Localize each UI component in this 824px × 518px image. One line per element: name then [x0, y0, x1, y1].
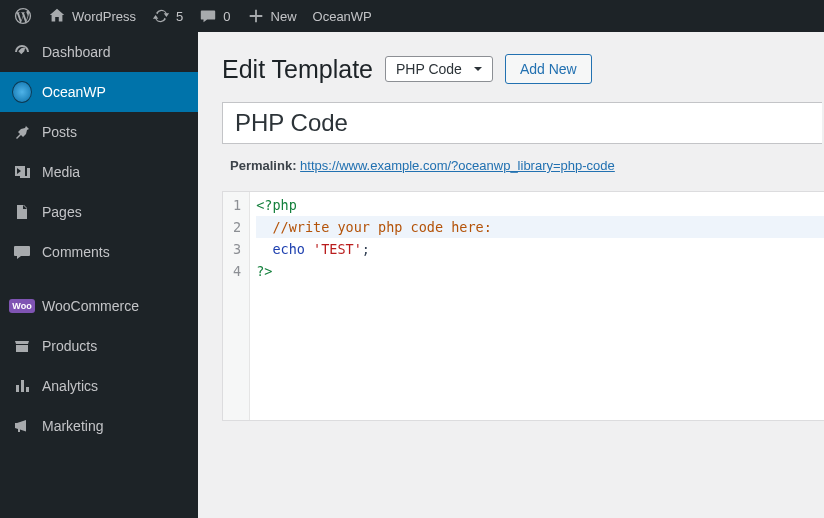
line-number: 2 [233, 216, 241, 238]
comments-link[interactable]: 0 [191, 0, 238, 32]
code-line[interactable]: <?php [256, 194, 824, 216]
woo-icon: Woo [12, 296, 32, 316]
sidebar-item-label: Pages [42, 204, 82, 220]
chevron-down-icon [472, 63, 484, 75]
new-label: New [271, 9, 297, 24]
main-content: Edit Template PHP Code Add New Permalink… [198, 32, 824, 518]
sidebar-item-comments[interactable]: Comments [0, 232, 198, 272]
code-line[interactable]: //write your php code here: [256, 216, 824, 238]
heading-row: Edit Template PHP Code Add New [222, 54, 824, 84]
line-number-gutter: 1234 [223, 192, 250, 420]
site-name-label: WordPress [72, 9, 136, 24]
plus-icon [247, 7, 265, 25]
sidebar-item-label: Analytics [42, 378, 98, 394]
refresh-icon [152, 7, 170, 25]
site-home-link[interactable]: WordPress [40, 0, 144, 32]
sidebar-item-label: Products [42, 338, 97, 354]
pin-icon [12, 122, 32, 142]
new-content-link[interactable]: New [239, 0, 305, 32]
sidebar-item-marketing[interactable]: Marketing [0, 406, 198, 446]
comments-icon [12, 242, 32, 262]
sidebar-item-posts[interactable]: Posts [0, 112, 198, 152]
updates-count: 5 [176, 9, 183, 24]
sidebar-item-label: Posts [42, 124, 77, 140]
megaphone-icon [12, 416, 32, 436]
gauge-icon [12, 42, 32, 62]
comments-count: 0 [223, 9, 230, 24]
permalink-row: Permalink: https://www.example.com/?ocea… [230, 158, 824, 173]
sidebar-item-label: Media [42, 164, 80, 180]
permalink-label: Permalink: [230, 158, 296, 173]
wp-logo[interactable] [6, 7, 40, 25]
sidebar-item-analytics[interactable]: Analytics [0, 366, 198, 406]
sidebar-item-label: Marketing [42, 418, 103, 434]
sidebar-item-oceanwp[interactable]: OceanWP [0, 72, 198, 112]
sidebar-item-label: Dashboard [42, 44, 111, 60]
updates-link[interactable]: 5 [144, 0, 191, 32]
code-line[interactable]: echo 'TEST'; [256, 238, 824, 260]
pages-icon [12, 202, 32, 222]
code-line[interactable]: ?> [256, 260, 824, 282]
sidebar-item-dashboard[interactable]: Dashboard [0, 32, 198, 72]
template-type-value: PHP Code [396, 61, 462, 77]
permalink-url-link[interactable]: https://www.example.com/?oceanwp_library… [300, 158, 615, 173]
oceanwp-bar-link[interactable]: OceanWP [305, 0, 380, 32]
line-number: 4 [233, 260, 241, 282]
line-number: 1 [233, 194, 241, 216]
wordpress-icon [14, 7, 32, 25]
sidebar-item-label: WooCommerce [42, 298, 139, 314]
sidebar-item-label: OceanWP [42, 84, 106, 100]
admin-sidebar: DashboardOceanWPPostsMediaPagesCommentsW… [0, 32, 198, 518]
template-type-select[interactable]: PHP Code [385, 56, 493, 82]
admin-bar: WordPress 5 0 New OceanWP [0, 0, 824, 32]
sidebar-item-products[interactable]: Products [0, 326, 198, 366]
oceanwp-icon [12, 82, 32, 102]
code-editor[interactable]: 1234 <?php //write your php code here: e… [222, 191, 824, 421]
analytics-icon [12, 376, 32, 396]
products-icon [12, 336, 32, 356]
page-title: Edit Template [222, 55, 373, 84]
comment-icon [199, 7, 217, 25]
line-number: 3 [233, 238, 241, 260]
code-content[interactable]: <?php //write your php code here: echo '… [250, 192, 824, 420]
template-title-input[interactable] [222, 102, 822, 144]
sidebar-item-pages[interactable]: Pages [0, 192, 198, 232]
add-new-button[interactable]: Add New [505, 54, 592, 84]
sidebar-item-media[interactable]: Media [0, 152, 198, 192]
media-icon [12, 162, 32, 182]
sidebar-item-label: Comments [42, 244, 110, 260]
sidebar-item-woocommerce[interactable]: WooWooCommerce [0, 286, 198, 326]
oceanwp-bar-label: OceanWP [313, 9, 372, 24]
home-icon [48, 7, 66, 25]
